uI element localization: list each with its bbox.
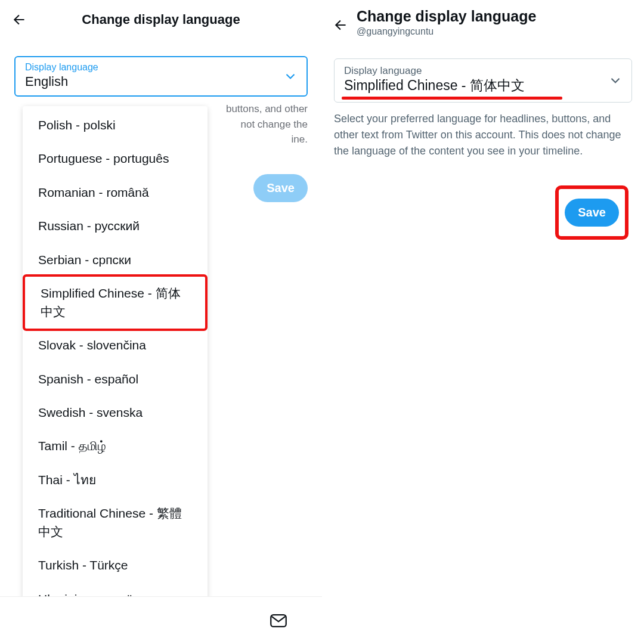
save-button-disabled[interactable]: Save xyxy=(253,174,308,202)
header-right: Change display language @guangyingcuntu xyxy=(322,0,644,39)
screenshot-right: Change display language @guangyingcuntu … xyxy=(322,0,644,644)
save-button[interactable]: Save xyxy=(565,199,619,227)
display-language-select[interactable]: Display language Simplified Chinese - 简体… xyxy=(334,58,632,103)
language-option[interactable]: Swedish - svenska xyxy=(23,396,208,429)
language-option[interactable]: Spanish - español xyxy=(23,363,208,396)
back-button[interactable] xyxy=(328,11,354,33)
language-option[interactable]: Simplified Chinese - 简体中文 xyxy=(23,274,208,331)
header-left: Change display language xyxy=(0,0,322,32)
account-handle: @guangyingcuntu xyxy=(357,26,536,37)
page-title: Change display language xyxy=(12,12,310,27)
language-dropdown[interactable]: Polish - polskiPortuguese - portuguêsRom… xyxy=(23,106,208,618)
screenshot-left: Change display language Display language… xyxy=(0,0,322,644)
bottom-nav-partial xyxy=(0,596,322,644)
chevron-down-icon xyxy=(608,73,623,88)
language-option[interactable]: Tamil - தமிழ் xyxy=(23,429,208,463)
language-option[interactable]: Serbian - српски xyxy=(23,243,208,277)
language-option[interactable]: Slovak - slovenčina xyxy=(23,329,208,362)
help-text: Select your preferred language for headl… xyxy=(334,111,632,159)
language-option[interactable]: Traditional Chinese - 繁體中文 xyxy=(23,497,208,549)
language-option[interactable]: Polish - polski xyxy=(23,109,208,142)
language-option[interactable]: Romanian - română xyxy=(23,176,208,209)
language-option[interactable]: Russian - русский xyxy=(23,209,208,243)
chevron-down-icon xyxy=(283,69,298,84)
select-value: Simplified Chinese - 简体中文 xyxy=(344,77,622,95)
mail-icon[interactable] xyxy=(268,611,322,631)
select-label: Display language xyxy=(25,62,297,73)
select-label: Display language xyxy=(344,65,622,77)
display-language-select[interactable]: Display language English xyxy=(14,56,308,97)
language-option[interactable]: Turkish - Türkçe xyxy=(23,549,208,582)
language-option[interactable]: Portuguese - português xyxy=(23,142,208,175)
select-value: English xyxy=(25,74,297,89)
highlight-box: Save xyxy=(555,185,628,240)
page-title: Change display language xyxy=(357,7,536,25)
highlight-underline xyxy=(342,97,562,100)
language-option[interactable]: Thai - ไทย xyxy=(23,463,208,497)
